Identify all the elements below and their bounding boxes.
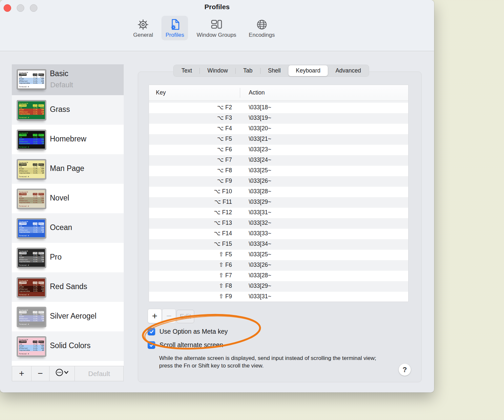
remove-key-button[interactable]: −	[162, 309, 176, 323]
key-mapping-row[interactable]: ⌥ F14\033[33~	[149, 229, 408, 239]
edit-key-button[interactable]: Edit	[177, 310, 194, 323]
toolbar-item-general[interactable]: General	[129, 16, 157, 40]
key-cell: ⌥ F13	[149, 218, 240, 229]
action-cell: \033[24~	[240, 155, 271, 166]
profile-row-grass[interactable]: Terminal#COMMAND%CPU RPRVTtop4.1%231KXco…	[12, 95, 124, 125]
tab-text[interactable]: Text	[174, 65, 200, 76]
profile-list-footer: + − Default	[12, 366, 124, 381]
key-cell: ⌥ F8	[149, 166, 240, 176]
key-mapping-row[interactable]: ⌥ F13\033[32~	[149, 218, 408, 229]
action-cell: \033[23~	[240, 145, 271, 155]
key-mapping-row[interactable]: ⇧ F9\033[31~	[149, 292, 408, 302]
toolbar-item-profiles[interactable]: Profiles	[161, 16, 188, 40]
window-groups-icon	[210, 18, 223, 31]
help-button[interactable]: ?	[399, 364, 411, 376]
titlebar: Profiles General Profiles Window Groups …	[0, 0, 434, 51]
key-mapping-row[interactable]: ⌥ F5\033[21~	[149, 134, 408, 145]
action-column-header[interactable]: Action	[249, 89, 265, 96]
profile-name: Red Sands	[50, 282, 87, 291]
key-mapping-row[interactable]: ⌥ F9\033[26~	[149, 176, 408, 187]
use-option-as-meta-row: Use Option as Meta key	[148, 328, 228, 335]
action-cell: \033[19~	[240, 113, 271, 124]
action-cell: \033[25~	[240, 250, 271, 260]
tab-window[interactable]: Window	[200, 65, 235, 76]
profile-thumbnail: Terminal#COMMAND%CPU RPRVTtop4.1%231KXco…	[17, 307, 46, 327]
checkmark-icon	[149, 343, 154, 347]
scroll-alternate-description: While the alternate screen is displayed,…	[159, 355, 378, 369]
column-divider[interactable]	[240, 88, 240, 98]
add-key-button[interactable]: +	[148, 309, 162, 323]
profile-actions-menu-button[interactable]	[50, 366, 75, 381]
profile-row-silver-aerogel[interactable]: Terminal#COMMAND%CPU RPRVTtop4.1%231KXco…	[12, 302, 124, 331]
key-cell: ⌥ F15	[149, 239, 240, 250]
action-cell: \033[26~	[240, 176, 271, 187]
globe-icon	[256, 18, 268, 31]
profile-thumbnail: Terminal#COMMAND%CPU RPRVTtop4.1%231KXco…	[17, 189, 46, 209]
key-mapping-row[interactable]: ⇧ F8\033[29~	[149, 281, 408, 292]
tab-shell[interactable]: Shell	[261, 65, 288, 76]
action-cell: \033[29~	[240, 197, 271, 208]
tab-advanced[interactable]: Advanced	[328, 65, 368, 76]
key-mapping-row[interactable]: ⌥ F4\033[20~	[149, 124, 408, 134]
window-title: Profiles	[0, 3, 434, 11]
action-cell: \033[20~	[240, 124, 271, 134]
key-cell: ⌥ F9	[149, 176, 240, 187]
action-cell: \033[31~	[240, 208, 271, 218]
action-cell: \033[33~	[240, 229, 271, 239]
scroll-alternate-screen-checkbox[interactable]	[148, 341, 155, 349]
key-mapping-row[interactable]: ⇧ F6\033[26~	[149, 260, 408, 271]
profile-thumbnail: Terminal#COMMAND%CPU RPRVTtop4.1%231KXco…	[17, 219, 46, 238]
profile-thumbnail: Terminal#COMMAND%CPU RPRVTtop4.1%231KXco…	[17, 159, 46, 179]
use-option-as-meta-checkbox[interactable]	[148, 328, 155, 335]
action-cell: \033[31~	[240, 292, 271, 302]
toolbar-item-window-groups[interactable]: Window Groups	[193, 16, 240, 40]
toolbar-item-encodings[interactable]: Encodings	[245, 16, 279, 40]
action-cell: \033[18~	[240, 103, 271, 113]
tab-tab[interactable]: Tab	[236, 65, 260, 76]
key-mapping-row[interactable]: ⇧ F7\033[28~	[149, 271, 408, 281]
key-cell: ⇧ F7	[149, 271, 240, 281]
key-cell: ⌥ F3	[149, 113, 240, 124]
profile-thumbnail: Terminal#COMMAND%CPU RPRVTtop4.1%231KXco…	[17, 337, 46, 356]
key-mapping-row[interactable]: ⌥ F10\033[28~	[149, 187, 408, 197]
key-mapping-row[interactable]: ⇧ F5\033[25~	[149, 250, 408, 260]
profile-name: Basic	[50, 69, 68, 78]
key-mapping-row[interactable]: ⌥ F11\033[29~	[149, 197, 408, 208]
key-cell: ⌥ F7	[149, 155, 240, 166]
profile-row-pro[interactable]: Terminal#COMMAND%CPU RPRVTtop4.1%231KXco…	[12, 243, 124, 272]
key-mapping-row[interactable]: ⌥ F6\033[23~	[149, 145, 408, 155]
key-cell: ⌥ F6	[149, 145, 240, 155]
profile-name: Pro	[50, 253, 62, 262]
profile-list: Terminal#COMMAND%CPU RPRVTtop4.1%231KXco…	[12, 64, 124, 366]
profile-thumbnail: Terminal#COMMAND%CPU RPRVTtop4.1%231KXco…	[17, 248, 46, 268]
key-mapping-row[interactable]: ⌥ F15\033[34~	[149, 239, 408, 250]
key-cell: ⌥ F4	[149, 124, 240, 134]
profile-row-man-page[interactable]: Terminal#COMMAND%CPU RPRVTtop4.1%231KXco…	[12, 154, 124, 184]
profile-row-red-sands[interactable]: Terminal#COMMAND%CPU RPRVTtop4.1%231KXco…	[12, 272, 124, 302]
key-mapping-row[interactable]: ⌥ F8\033[25~	[149, 166, 408, 176]
scroll-alternate-screen-label: Scroll alternate screen	[159, 341, 223, 349]
use-option-as-meta-label: Use Option as Meta key	[159, 328, 228, 335]
toolbar-item-label: Window Groups	[197, 32, 236, 38]
profile-row-ocean[interactable]: Terminal#COMMAND%CPU RPRVTtop4.1%231KXco…	[12, 213, 124, 243]
key-column-header[interactable]: Key	[156, 89, 166, 96]
profile-row-basic[interactable]: Terminal#COMMAND%CPU RPRVTtop4.1%231KXco…	[12, 64, 124, 95]
remove-profile-button[interactable]: −	[32, 366, 50, 381]
profile-row-solid-colors[interactable]: Terminal#COMMAND%CPU RPRVTtop4.1%231KXco…	[12, 331, 124, 361]
table-header: Key Action	[149, 85, 408, 101]
key-cell: ⇧ F6	[149, 260, 240, 271]
key-mapping-row[interactable]: ⌥ F2\033[18~	[149, 103, 408, 113]
set-default-button[interactable]: Default	[75, 366, 123, 381]
key-cell: ⇧ F5	[149, 250, 240, 260]
key-mapping-row[interactable]: ⌥ F12\033[31~	[149, 208, 408, 218]
key-mapping-row[interactable]: ⌥ F3\033[19~	[149, 113, 408, 124]
preferences-toolbar: General Profiles Window Groups Encodings	[129, 16, 279, 40]
key-mapping-row[interactable]: ⌥ F7\033[24~	[149, 155, 408, 166]
profile-name: Ocean	[50, 223, 72, 232]
table-body: ⌥ F2\033[18~⌥ F3\033[19~⌥ F4\033[20~⌥ F5…	[149, 101, 408, 302]
add-profile-button[interactable]: +	[12, 366, 32, 381]
profile-row-homebrew[interactable]: Terminal#COMMAND%CPU RPRVTtop4.1%231KXco…	[12, 125, 124, 154]
tab-keyboard[interactable]: Keyboard	[288, 65, 328, 76]
checkmark-icon	[149, 329, 154, 334]
profile-row-novel[interactable]: Terminal#COMMAND%CPU RPRVTtop4.1%231KXco…	[12, 184, 124, 213]
